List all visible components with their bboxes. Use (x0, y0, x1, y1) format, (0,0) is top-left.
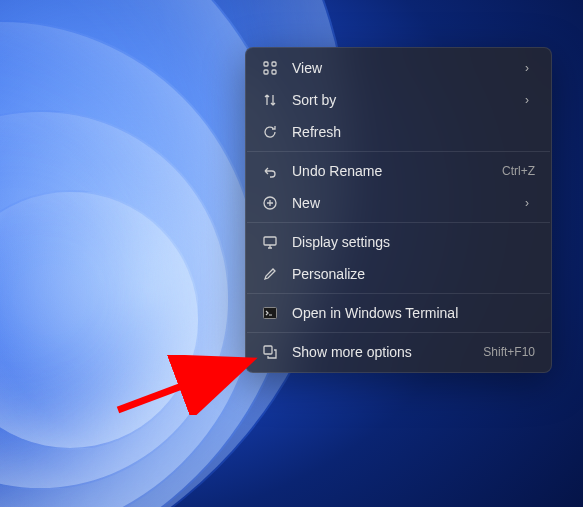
menu-item-refresh[interactable]: Refresh (250, 116, 547, 148)
menu-item-label: New (292, 195, 515, 211)
menu-item-label: Display settings (292, 234, 535, 250)
menu-separator (247, 293, 550, 294)
menu-item-label: Show more options (292, 344, 473, 360)
sort-icon (262, 92, 278, 108)
refresh-icon (262, 124, 278, 140)
desktop-context-menu: View › Sort by › Refresh Undo Rename Ctr… (245, 47, 552, 373)
more-icon (262, 344, 278, 360)
svg-rect-7 (264, 346, 272, 354)
menu-item-display-settings[interactable]: Display settings (250, 226, 547, 258)
menu-item-personalize[interactable]: Personalize (250, 258, 547, 290)
menu-item-shortcut: Shift+F10 (483, 345, 535, 359)
personalize-icon (262, 266, 278, 282)
menu-item-label: Undo Rename (292, 163, 492, 179)
chevron-right-icon: › (525, 196, 535, 210)
chevron-right-icon: › (525, 61, 535, 75)
grid-icon (262, 60, 278, 76)
menu-item-show-more-options[interactable]: Show more options Shift+F10 (250, 336, 547, 368)
svg-rect-1 (272, 62, 276, 66)
menu-item-sort-by[interactable]: Sort by › (250, 84, 547, 116)
svg-rect-3 (272, 70, 276, 74)
svg-rect-5 (264, 237, 276, 245)
terminal-icon (262, 305, 278, 321)
display-icon (262, 234, 278, 250)
menu-item-shortcut: Ctrl+Z (502, 164, 535, 178)
menu-item-label: Refresh (292, 124, 535, 140)
svg-rect-0 (264, 62, 268, 66)
svg-rect-6 (264, 308, 277, 319)
chevron-right-icon: › (525, 93, 535, 107)
menu-separator (247, 151, 550, 152)
menu-item-label: View (292, 60, 515, 76)
menu-item-new[interactable]: New › (250, 187, 547, 219)
menu-item-label: Personalize (292, 266, 535, 282)
menu-item-undo-rename[interactable]: Undo Rename Ctrl+Z (250, 155, 547, 187)
menu-item-label: Sort by (292, 92, 515, 108)
menu-separator (247, 222, 550, 223)
menu-item-label: Open in Windows Terminal (292, 305, 535, 321)
menu-item-open-terminal[interactable]: Open in Windows Terminal (250, 297, 547, 329)
undo-icon (262, 163, 278, 179)
menu-separator (247, 332, 550, 333)
new-icon (262, 195, 278, 211)
svg-rect-2 (264, 70, 268, 74)
menu-item-view[interactable]: View › (250, 52, 547, 84)
